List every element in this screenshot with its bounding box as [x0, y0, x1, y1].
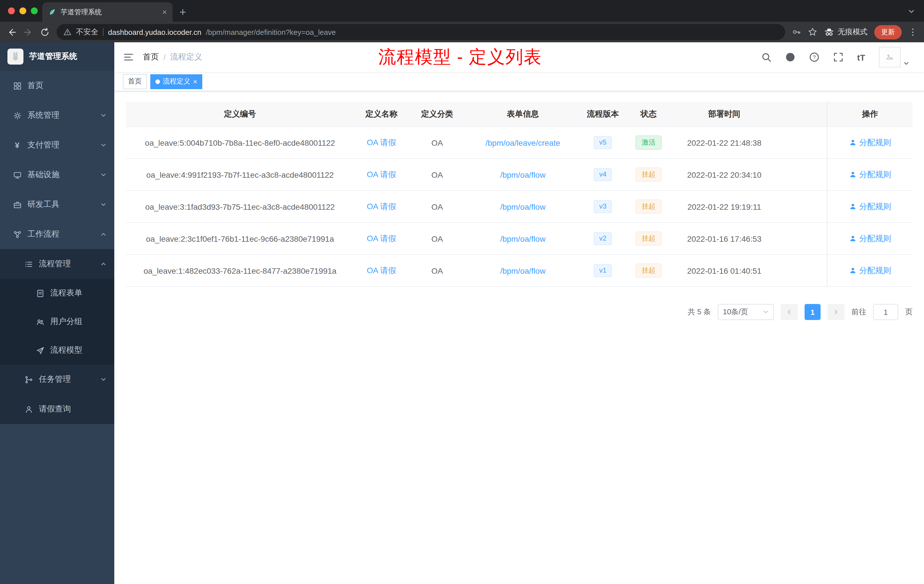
form-link[interactable]: /bpm/oa/flow: [500, 234, 546, 243]
breadcrumb-home[interactable]: 首页: [143, 52, 159, 62]
bookmark-star-icon[interactable]: [808, 27, 817, 36]
github-icon[interactable]: [785, 52, 795, 62]
column-header: 操作: [827, 102, 912, 126]
deploy-time: 2022-01-16 01:40:51: [672, 255, 777, 286]
font-size-icon[interactable]: tT: [857, 52, 865, 62]
close-window-button[interactable]: [8, 7, 15, 14]
sidebar-item-label: 流程管理: [39, 259, 71, 269]
sidebar-collapse-icon[interactable]: [114, 53, 143, 62]
minimize-window-button[interactable]: [20, 7, 26, 14]
sidebar-item-workflow[interactable]: 工作流程: [0, 219, 114, 249]
chevron-down-icon: [101, 112, 106, 118]
sidebar-item-process-form[interactable]: 流程表单: [0, 279, 114, 307]
browser-tab[interactable]: 芋道管理系统 ×: [42, 2, 173, 22]
reload-icon[interactable]: [40, 27, 50, 37]
status-badge: 激活: [635, 135, 662, 150]
chevron-up-icon: [101, 261, 106, 267]
definition-id: oa_leave:1:482ec033-762a-11ec-8477-a2380…: [126, 255, 354, 286]
definition-category: OA: [409, 191, 466, 222]
browser-menu-icon[interactable]: ⋮: [909, 27, 917, 37]
definition-name-link[interactable]: OA 请假: [367, 201, 396, 212]
definition-name-link[interactable]: OA 请假: [367, 170, 396, 180]
assign-rule-button[interactable]: 分配规则: [849, 137, 891, 148]
assign-rule-button[interactable]: 分配规则: [849, 201, 891, 212]
definition-name-link[interactable]: OA 请假: [367, 233, 396, 244]
chevron-down-icon: [101, 142, 106, 148]
sidebar-item-task-management[interactable]: 任务管理: [0, 365, 114, 394]
browser-update-button[interactable]: 更新: [874, 25, 902, 39]
sidebar-item-payment[interactable]: ¥ 支付管理: [0, 130, 114, 160]
tab-title: 芋道管理系统: [61, 7, 158, 17]
user-menu[interactable]: [879, 47, 909, 68]
monitor-icon: [13, 170, 22, 180]
table-body: oa_leave:5:004b710b-7b8a-11ec-8ef0-acde4…: [126, 127, 912, 287]
breadcrumb-separator: /: [163, 53, 166, 62]
chevron-up-icon: [101, 231, 106, 237]
forward-icon[interactable]: [23, 27, 33, 37]
page-size-select[interactable]: 10条/页: [718, 304, 774, 320]
sidebar-item-label: 任务管理: [39, 374, 71, 384]
tasks-icon: [24, 375, 33, 384]
sidebar-item-infrastructure[interactable]: 基础设施: [0, 160, 114, 190]
row-spacer: [777, 255, 827, 286]
page-number-current[interactable]: 1: [805, 304, 820, 320]
definition-name-link[interactable]: OA 请假: [367, 137, 396, 148]
column-header: 定义分类: [409, 102, 466, 126]
assign-rule-button[interactable]: 分配规则: [849, 233, 891, 244]
sidebar-logo[interactable]: 芋道管理系统: [0, 42, 114, 71]
definition-name-link[interactable]: OA 请假: [367, 266, 396, 276]
search-icon[interactable]: [761, 52, 771, 62]
sidebar-item-label: 首页: [27, 81, 43, 91]
sidebar-item-devtools[interactable]: 研发工具: [0, 190, 114, 219]
sidebar-item-label: 研发工具: [27, 200, 59, 210]
form-link[interactable]: /bpm/oa/leave/create: [485, 138, 560, 147]
table-row: oa_leave:5:004b710b-7b8a-11ec-8ef0-acde4…: [126, 127, 912, 159]
sidebar-item-home[interactable]: 首页: [0, 71, 114, 101]
definition-table: 定义编号 定义名称 定义分类 表单信息 流程版本 状态 部署时间 操作: [126, 102, 912, 287]
version-badge: v2: [594, 232, 612, 245]
sidebar-item-process-management[interactable]: 流程管理: [0, 249, 114, 279]
tag-close-icon[interactable]: ×: [193, 78, 197, 85]
new-tab-button[interactable]: +: [180, 6, 186, 18]
table-header: 定义编号 定义名称 定义分类 表单信息 流程版本 状态 部署时间 操作: [126, 102, 912, 127]
address-bar[interactable]: 不安全 dashboard.yudao.iocoder.cn/bpm/manag…: [56, 24, 785, 40]
sidebar-item-label: 请假查询: [39, 404, 71, 414]
status-badge: 挂起: [635, 231, 662, 246]
row-spacer: [777, 127, 827, 158]
column-header-spacer: [777, 102, 827, 126]
tag-label: 首页: [128, 77, 142, 86]
tab-search-chevron-icon[interactable]: [908, 8, 915, 15]
version-badge: v1: [594, 264, 612, 277]
tag-process-definition[interactable]: 流程定义 ×: [150, 74, 202, 89]
row-spacer: [777, 159, 827, 190]
prev-page-button[interactable]: [780, 304, 798, 320]
tab-close-icon[interactable]: ×: [162, 7, 167, 16]
tags-view-bar: 首页 流程定义 ×: [114, 72, 924, 91]
sidebar-item-leave-query[interactable]: 请假查询: [0, 394, 114, 424]
zoom-window-button[interactable]: [31, 7, 38, 14]
table-row: oa_leave:3:1fad3d93-7b75-11ec-a3c8-acde4…: [126, 191, 912, 223]
active-tag-dot: [155, 79, 160, 84]
send-icon: [35, 346, 45, 355]
fullscreen-icon[interactable]: [833, 52, 843, 62]
next-page-button[interactable]: [827, 304, 845, 320]
assign-rule-label: 分配规则: [859, 266, 891, 276]
assign-rule-button[interactable]: 分配规则: [849, 170, 891, 180]
sidebar-item-process-model[interactable]: 流程模型: [0, 336, 114, 365]
password-key-icon[interactable]: [792, 27, 801, 36]
url-divider: [103, 28, 104, 36]
sidebar-item-system[interactable]: 系统管理: [0, 101, 114, 130]
goto-page-input[interactable]: [873, 304, 898, 320]
sidebar-item-user-group[interactable]: 用户分组: [0, 307, 114, 336]
form-link[interactable]: /bpm/oa/flow: [500, 170, 546, 179]
form-link[interactable]: /bpm/oa/flow: [500, 266, 546, 275]
help-icon[interactable]: ?: [809, 52, 819, 62]
back-icon[interactable]: [7, 27, 16, 37]
browser-tabstrip: 芋道管理系统 × +: [0, 0, 924, 22]
version-badge: v5: [594, 136, 612, 149]
form-link[interactable]: /bpm/oa/flow: [500, 202, 546, 211]
assign-rule-button[interactable]: 分配规则: [849, 266, 891, 276]
incognito-icon: [824, 27, 834, 37]
tag-home[interactable]: 首页: [123, 74, 147, 89]
definition-id: oa_leave:5:004b710b-7b8a-11ec-8ef0-acde4…: [126, 127, 354, 158]
